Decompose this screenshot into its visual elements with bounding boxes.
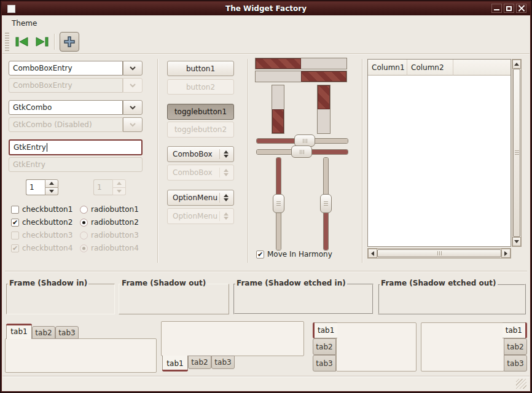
radio-selected-icon[interactable] <box>80 219 88 227</box>
scroll-up-button[interactable] <box>512 60 521 69</box>
combobox-divider <box>219 168 220 177</box>
comboboxentry-dropdown-button[interactable] <box>123 61 143 76</box>
notebook-left-tab2[interactable]: tab2 <box>313 338 336 355</box>
gtkcombo-disabled-dropdown-button[interactable] <box>123 117 143 132</box>
treeview-column-header-filler <box>453 60 510 76</box>
radiobutton2[interactable]: radiobutton2 <box>80 217 139 228</box>
grip-icon <box>515 150 519 155</box>
scroll-left-button[interactable] <box>368 249 377 258</box>
notebook-bottom-tab3[interactable]: tab3 <box>211 356 235 369</box>
hscale-2[interactable] <box>256 146 347 157</box>
grip-icon <box>276 201 281 206</box>
close-button[interactable] <box>516 4 526 13</box>
treeview-list-area[interactable] <box>368 76 510 246</box>
notebook-left-page <box>336 322 417 372</box>
spin-down-icon <box>117 190 122 193</box>
goto-last-button[interactable] <box>33 34 51 50</box>
maximize-button[interactable] <box>504 4 514 13</box>
treeview-column-header-2[interactable]: Column2 <box>407 60 453 76</box>
notebook-top-tab3[interactable]: tab3 <box>55 326 79 339</box>
spinbutton-disabled-input: 1 <box>93 179 112 195</box>
comboboxentry-input[interactable]: ComboBoxEntry <box>9 61 123 76</box>
checkbox-icon[interactable] <box>11 206 19 214</box>
comboboxentry-disabled-dropdown-button <box>123 78 143 93</box>
notebook-right-tab1[interactable]: tab1 <box>503 322 527 338</box>
spinbutton-down-button[interactable] <box>45 188 58 196</box>
column-separator-1 <box>157 59 158 263</box>
togglebutton2: togglebutton2 <box>167 122 234 138</box>
toolbar-separator <box>54 34 55 50</box>
vertical-scrollbar-thumb[interactable] <box>513 69 520 237</box>
spinbutton-disabled-down-button <box>112 188 126 196</box>
combobox[interactable]: ComboBox <box>167 146 234 162</box>
spinbutton: 1 <box>26 179 58 195</box>
add-icon <box>63 36 76 48</box>
gtkcombo-dropdown-button[interactable] <box>123 100 143 115</box>
button1[interactable]: button1 <box>167 61 234 76</box>
scroll-right-button[interactable] <box>501 249 510 258</box>
notebook-left-tab1[interactable]: tab1 <box>313 322 337 338</box>
section-separator <box>5 271 527 272</box>
progressbar-fill <box>256 58 301 69</box>
hscale-handle[interactable] <box>294 134 315 147</box>
active-tab-stripe <box>313 322 315 338</box>
checkbutton3: checkbutton3 <box>11 230 72 241</box>
spinbutton-disabled: 1 <box>93 179 126 195</box>
notebook-bottom-tab2[interactable]: tab2 <box>188 356 211 369</box>
goto-first-button[interactable] <box>13 34 31 50</box>
chevron-down-icon <box>129 105 136 110</box>
active-tab-stripe <box>162 370 188 372</box>
goto-last-icon <box>34 36 50 48</box>
notebook-bottom-tab1[interactable]: tab1 <box>162 356 188 372</box>
treeview-column-header-1[interactable]: Column1 <box>368 60 407 76</box>
updown-arrows-icon <box>224 212 229 220</box>
radio-icon[interactable] <box>80 206 88 214</box>
menu-item-theme[interactable]: Theme <box>9 18 40 29</box>
gtkcombo-input[interactable]: GtkCombo <box>9 100 123 115</box>
checkbox-checked-icon[interactable] <box>11 219 19 227</box>
move-in-harmony-checkbutton[interactable]: Move In Harmony <box>256 249 332 259</box>
optionmenu-divider <box>219 193 220 203</box>
horizontal-scrollbar[interactable] <box>367 248 511 259</box>
checkbox-checked-icon[interactable] <box>256 251 264 259</box>
gtkentry-input[interactable]: GtkEntry <box>9 139 143 155</box>
notebook-left-tab3[interactable]: tab3 <box>313 355 336 372</box>
hscale-handle[interactable] <box>291 146 312 158</box>
spinbutton-up-button[interactable] <box>45 179 58 188</box>
minimize-button[interactable] <box>491 4 502 13</box>
vscale-handle[interactable] <box>273 194 284 213</box>
radio-icon <box>80 232 88 239</box>
spin-up-icon <box>49 182 54 185</box>
notebook-top-tab1[interactable]: tab1 <box>6 324 32 339</box>
notebook-right-tab2[interactable]: tab2 <box>504 338 527 355</box>
maximize-icon <box>506 6 512 11</box>
optionmenu[interactable]: OptionMenu <box>167 190 234 206</box>
column-separator-3 <box>362 59 363 263</box>
toolbar-drag-handle[interactable] <box>5 33 9 51</box>
gtkcombo-disabled: GtkCombo (Disabled) <box>9 117 143 132</box>
frame-shadow-out <box>119 284 229 314</box>
checkbutton1[interactable]: checkbutton1 <box>11 204 72 215</box>
notebook-right-tab3[interactable]: tab3 <box>504 355 527 372</box>
horizontal-scrollbar-thumb[interactable] <box>377 249 501 257</box>
checkbox-icon <box>11 232 19 239</box>
radiobutton1[interactable]: radiobutton1 <box>80 204 139 215</box>
grip-icon <box>303 139 307 143</box>
vertical-scrollbar[interactable] <box>512 59 522 247</box>
titlebar[interactable]: The Widget Factory <box>2 2 530 15</box>
vscale-handle[interactable] <box>320 194 332 213</box>
togglebutton1[interactable]: togglebutton1 <box>167 104 234 120</box>
frame-shadow-etched-in <box>233 284 374 314</box>
notebook-top-tab2[interactable]: tab2 <box>32 326 55 339</box>
hscale-1[interactable] <box>256 134 347 146</box>
chevron-down-icon <box>129 66 136 71</box>
vscale-1[interactable] <box>273 157 283 249</box>
resize-grip[interactable] <box>516 379 526 389</box>
radiobutton3: radiobutton3 <box>80 230 139 241</box>
checkbutton2[interactable]: checkbutton2 <box>11 217 72 228</box>
spinbutton-input[interactable]: 1 <box>26 179 45 195</box>
add-button[interactable] <box>60 32 79 52</box>
treeview[interactable]: Column1 Column2 <box>367 59 511 247</box>
vscale-2[interactable] <box>320 157 331 249</box>
scroll-down-button[interactable] <box>512 237 521 246</box>
